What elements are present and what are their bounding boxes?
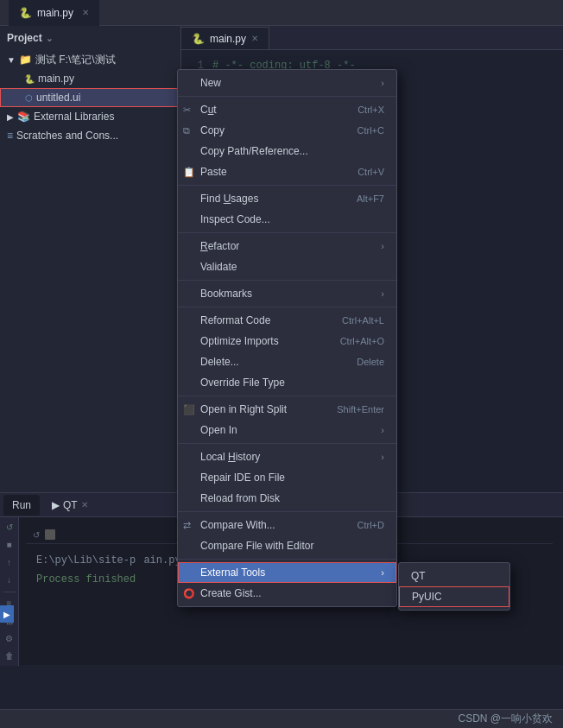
python-file-icon: 🐍 — [19, 7, 32, 19]
menu-reload-label: Reload from Disk — [200, 492, 280, 504]
menu-item-compare-editor[interactable]: Compare File with Editor — [178, 535, 396, 556]
cut-icon: ✂ — [183, 104, 191, 116]
menu-item-override[interactable]: Override File Type — [178, 372, 396, 393]
project-folder-label: 测试 F:\笔记\测试 — [35, 53, 116, 67]
editor-tab[interactable]: 🐍 main.py ✕ — [181, 27, 269, 49]
refresh-icon[interactable]: ↺ — [33, 530, 40, 540]
menu-item-reformat[interactable]: Reformat Code Ctrl+Alt+L — [178, 310, 396, 331]
menu-item-delete[interactable]: Delete... Delete — [178, 351, 396, 372]
run-toolbar-up-icon[interactable]: ↑ — [2, 556, 17, 568]
status-text: CSDN @一响小贫欢 — [458, 712, 553, 726]
submenu-qt-label: QT — [411, 570, 426, 582]
menu-external-tools-label: External Tools — [200, 567, 265, 579]
menu-paste-label: Paste — [200, 166, 227, 178]
menu-item-reload[interactable]: Reload from Disk — [178, 488, 396, 509]
external-tools-submenu: QT PyUIC — [398, 562, 510, 611]
stop-icon[interactable] — [45, 529, 55, 540]
menu-item-new[interactable]: New › — [178, 73, 396, 93]
title-bar: 🐍 main.py ✕ — [0, 0, 563, 26]
menu-item-copy-path[interactable]: Copy Path/Reference... — [178, 141, 396, 161]
menu-item-copy[interactable]: ⧉ Copy Ctrl+C — [178, 120, 396, 141]
compare-icon: ⇄ — [183, 520, 191, 531]
submenu-item-qt[interactable]: QT — [399, 566, 509, 586]
run-toolbar-stop-icon[interactable]: ■ — [2, 538, 17, 550]
menu-item-optimize[interactable]: Optimize Imports Ctrl+Alt+O — [178, 331, 396, 351]
menu-item-local-history[interactable]: Local History › — [178, 446, 396, 467]
run-tab-qt[interactable]: ▶ QT ✕ — [43, 495, 97, 516]
menu-delete-shortcut: Delete — [357, 357, 384, 367]
menu-item-cut[interactable]: ✂ Cut Ctrl+X — [178, 99, 396, 120]
menu-open-in-arrow: › — [381, 425, 384, 435]
run-toolbar: ↺ ■ ↑ ↓ ≡ ⊞ ⚙ 🗑 — [0, 517, 19, 666]
run-tab-close-icon[interactable]: ✕ — [81, 500, 88, 510]
menu-sep-1 — [178, 96, 396, 97]
menu-item-create-gist[interactable]: ⭕ Create Gist... — [178, 583, 396, 604]
menu-new-arrow: › — [381, 78, 384, 88]
menu-bookmarks-label: Bookmarks — [200, 288, 252, 300]
python-icon: 🐍 — [24, 74, 35, 84]
menu-refactor-label: Refactor — [200, 240, 239, 252]
menu-item-find-usages[interactable]: Find Usages Alt+F7 — [178, 188, 396, 209]
run-arrow-indicator: ▶ — [0, 605, 14, 623]
lib-expand-icon: ▶ — [7, 112, 14, 122]
run-toolbar-delete-icon[interactable]: 🗑 — [2, 650, 17, 662]
project-dropdown-icon[interactable]: ⌄ — [46, 34, 53, 43]
external-libraries-label: External Libraries — [34, 111, 114, 123]
library-icon: 📚 — [17, 111, 30, 123]
menu-compare-shortcut: Ctrl+D — [357, 520, 384, 530]
run-arrow-icon: ▶ — [3, 610, 10, 619]
menu-find-label: Find Usages — [200, 193, 258, 205]
paste-icon: 📋 — [183, 167, 195, 178]
project-file-untitled-ui[interactable]: ⬡ untitled.ui — [0, 88, 180, 107]
editor-python-icon: 🐍 — [192, 33, 205, 45]
project-external-libraries[interactable]: ▶ 📚 External Libraries — [0, 107, 180, 126]
menu-delete-label: Delete... — [200, 356, 239, 368]
menu-item-open-in[interactable]: Open In › — [178, 420, 396, 440]
project-file-main-py[interactable]: 🐍 main.py — [0, 69, 180, 88]
tab-close-icon[interactable]: ✕ — [82, 8, 89, 17]
menu-item-paste[interactable]: 📋 Paste Ctrl+V — [178, 161, 396, 182]
tab-bar: 🐍 main.py ✕ — [9, 0, 99, 26]
menu-item-inspect[interactable]: Inspect Code... — [178, 209, 396, 230]
menu-sep-5 — [178, 307, 396, 307]
submenu-item-pyuic[interactable]: PyUIC — [399, 586, 509, 607]
menu-repair-label: Repair IDE on File — [200, 472, 285, 484]
menu-item-repair-ide[interactable]: Repair IDE on File — [178, 467, 396, 488]
project-scratches[interactable]: ≡ Scratches and Cons... — [0, 126, 180, 145]
menu-reformat-shortcut: Ctrl+Alt+L — [342, 315, 384, 326]
menu-refactor-arrow: › — [381, 241, 384, 251]
menu-sep-3 — [178, 232, 396, 233]
menu-sep-2 — [178, 185, 396, 186]
menu-item-bookmarks[interactable]: Bookmarks › — [178, 283, 396, 304]
menu-cut-label: Cut — [200, 104, 217, 116]
project-folder-root[interactable]: ▼ 📁 测试 F:\笔记\测试 — [0, 50, 180, 69]
editor-tab-bar: 🐍 main.py ✕ — [181, 26, 563, 50]
context-menu: New › ✂ Cut Ctrl+X ⧉ Copy Ctrl+C Copy Pa… — [177, 69, 397, 607]
menu-create-gist-label: Create Gist... — [200, 587, 262, 599]
run-filename-text: ain.py — [143, 554, 180, 567]
run-toolbar-refresh-icon[interactable]: ↺ — [2, 521, 17, 533]
submenu-pyuic-label: PyUIC — [412, 591, 442, 603]
menu-open-right-shortcut: Shift+Enter — [337, 404, 384, 415]
menu-item-external-tools[interactable]: External Tools › QT PyUIC — [178, 562, 396, 583]
menu-item-refactor[interactable]: Refactor › — [178, 236, 396, 256]
menu-bookmarks-arrow: › — [381, 288, 384, 299]
editor-filename: main.py — [210, 33, 246, 45]
menu-item-validate[interactable]: Validate — [178, 256, 396, 277]
menu-cut-shortcut: Ctrl+X — [357, 104, 384, 115]
menu-item-compare-with[interactable]: ⇄ Compare With... Ctrl+D — [178, 515, 396, 535]
scratch-icon: ≡ — [7, 130, 13, 142]
run-tab-run[interactable]: Run — [3, 495, 40, 516]
run-toolbar-gear-icon[interactable]: ⚙ — [2, 632, 17, 644]
run-toolbar-down-icon[interactable]: ↓ — [2, 573, 17, 586]
copy-icon: ⧉ — [183, 125, 190, 136]
editor-close-icon[interactable]: ✕ — [251, 34, 258, 43]
menu-reformat-label: Reformat Code — [200, 314, 270, 326]
editor-tab-main[interactable]: 🐍 main.py ✕ — [9, 0, 99, 26]
ui-file-icon: ⬡ — [25, 93, 33, 103]
untitled-ui-label: untitled.ui — [36, 92, 80, 104]
project-label: Project — [7, 32, 42, 44]
toolbar-separator — [3, 592, 16, 592]
menu-compare-editor-label: Compare File with Editor — [200, 540, 313, 552]
menu-item-open-right[interactable]: ⬛ Open in Right Split Shift+Enter — [178, 399, 396, 420]
